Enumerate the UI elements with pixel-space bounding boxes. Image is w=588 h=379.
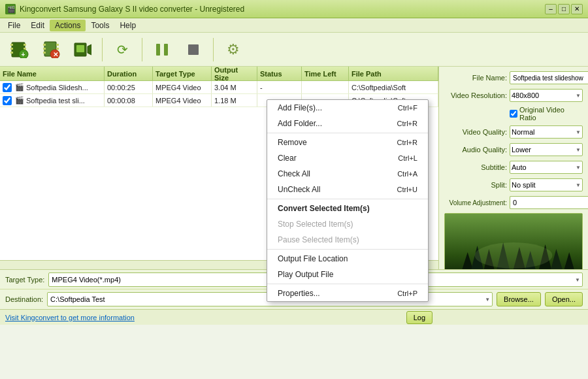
window-controls: – □ ✕ [545,4,583,14]
cell-timeleft-1 [302,81,349,93]
header-target-type[interactable]: Target Type [153,67,212,80]
prop-videoquality-select[interactable]: Normal [510,125,583,139]
volume-input[interactable] [510,196,588,209]
header-output-size[interactable]: Output Size [212,67,257,80]
table-row[interactable]: 🎬 Softpedia Slidesh... 00:00:25 MPEG4 Vi… [0,81,438,94]
table-header: File Name Duration Target Type Output Si… [0,67,438,81]
ctx-play-output[interactable]: Play Output File [267,267,428,282]
ctx-add-folder-label: Add Folder... [278,119,322,128]
header-filename[interactable]: File Name [0,67,105,80]
svg-rect-4 [10,48,13,50]
ctx-pause: Pause Selected Item(s) [267,232,428,248]
window-title: Kingconvert Samsung Galaxy S II video co… [20,5,244,14]
preview-area: SOFTPEDIA [444,213,583,269]
settings-button[interactable]: ⚙ [219,37,248,63]
prop-subtitle-label: Subtitle: [444,163,507,171]
footer: Visit Kingconvert to get more informatio… [0,309,588,325]
prop-resolution-select-wrapper[interactable]: 480x800 [510,89,583,102]
prop-split-select[interactable]: No split [510,178,583,191]
ctx-check-all-shortcut: Ctrl+A [397,170,417,178]
prop-split-select-wrapper[interactable]: No split [510,178,583,191]
prop-filename-label: File Name: [444,74,507,82]
svg-rect-6 [24,44,26,46]
title-bar: 🎬 Kingconvert Samsung Galaxy S II video … [0,0,588,18]
open-button[interactable]: Open... [545,292,583,306]
target-type-label: Target Type: [5,276,44,284]
prop-filename-input[interactable] [510,71,588,84]
ctx-uncheck-all-label: UnCheck All [278,185,320,194]
close-button[interactable]: ✕ [571,4,583,14]
prop-resolution-select[interactable]: 480x800 [510,89,583,102]
cell-duration-2: 00:00:08 [105,94,153,107]
prop-resolution-label: Video Resolution: [444,91,507,99]
ctx-add-folder[interactable]: Add Folder... Ctrl+R [267,116,428,131]
header-time-left[interactable]: Time Left [302,67,349,80]
prop-filename-row: File Name: [444,71,583,85]
ctx-stop: Stop Selected Item(s) [267,216,428,232]
svg-text:🎬: 🎬 [7,5,16,14]
ctx-clear-shortcut: Ctrl+L [398,154,417,162]
ctx-remove[interactable]: Remove Ctrl+R [267,135,428,150]
menu-file[interactable]: File [3,20,25,31]
prop-volume-label: Volume Adjustment: [444,199,507,206]
ctx-check-all[interactable]: Check All Ctrl+A [267,166,428,182]
log-button[interactable]: Log [406,311,433,324]
svg-rect-5 [10,52,13,54]
header-file-path[interactable]: File Path [349,67,438,80]
ctx-add-files-shortcut: Ctrl+F [398,104,417,112]
svg-rect-23 [156,44,160,56]
original-ratio-checkbox[interactable] [510,110,517,118]
prop-volume-row: Volume Adjustment: ▲ ▼ [444,195,583,210]
ctx-pause-label: Pause Selected Item(s) [278,235,359,244]
ctx-properties-label: Properties... [278,289,320,298]
cell-filename-2: 🎬 Softpedia test sli... [0,94,105,107]
row-icon-2: 🎬 [15,96,24,105]
ctx-clear-label: Clear [278,154,297,163]
cell-output-2: 1.18 M [212,94,257,107]
menu-actions[interactable]: Actions [50,20,86,31]
add-file-button[interactable]: + [5,37,34,63]
header-status[interactable]: Status [257,67,302,80]
remove-file-button[interactable]: ✕ [37,37,65,63]
context-menu: Add File(s)... Ctrl+F Add Folder... Ctrl… [267,99,429,302]
svg-rect-16 [56,48,59,50]
pause-button[interactable] [148,37,176,63]
footer-link[interactable]: Visit Kingconvert to get more informatio… [5,314,135,321]
right-panel: File Name: Video Resolution: 480x800 Ori… [439,67,588,269]
title-bar-left: 🎬 Kingconvert Samsung Galaxy S II video … [5,4,244,14]
menu-help[interactable]: Help [114,20,141,31]
menu-tools[interactable]: Tools [86,20,114,31]
ctx-properties[interactable]: Properties... Ctrl+P [267,286,428,301]
prop-subtitle-select-wrapper[interactable]: Auto [510,161,583,174]
ctx-convert-label: Convert Selected Item(s) [278,204,370,213]
prop-videoquality-label: Video Quality: [444,128,507,136]
ctx-output-location-label: Output File Location [278,254,348,263]
video-button[interactable] [68,37,97,63]
maximize-button[interactable]: □ [558,4,570,14]
row-checkbox-1[interactable] [3,83,12,92]
ctx-remove-shortcut: Ctrl+R [397,139,417,146]
cell-status-1: - [257,81,302,93]
ctx-output-location[interactable]: Output File Location [267,251,428,267]
prop-subtitle-select[interactable]: Auto [510,161,583,174]
ctx-uncheck-all[interactable]: UnCheck All Ctrl+U [267,182,428,197]
refresh-button[interactable]: ⟳ [108,37,137,63]
header-duration[interactable]: Duration [105,67,153,80]
ctx-add-files[interactable]: Add File(s)... Ctrl+F [267,100,428,116]
stop-button[interactable] [179,37,208,63]
prop-audioquality-select-wrapper[interactable]: Lower [510,143,583,156]
prop-audioquality-select[interactable]: Lower [510,143,583,156]
cell-target-2: MPEG4 Video [153,94,212,107]
minimize-button[interactable]: – [545,4,557,14]
app-icon: 🎬 [5,4,16,14]
toolbar-separator-3 [213,38,214,61]
ctx-check-all-label: Check All [278,169,310,178]
menu-edit[interactable]: Edit [25,20,50,31]
ctx-convert[interactable]: Convert Selected Item(s) [267,201,428,216]
ctx-clear[interactable]: Clear Ctrl+L [267,150,428,166]
prop-split-label: Split: [444,181,507,189]
row-checkbox-2[interactable] [3,96,12,105]
browse-button[interactable]: Browse... [497,292,541,306]
prop-resolution-row: Video Resolution: 480x800 [444,88,583,103]
prop-videoquality-select-wrapper[interactable]: Normal [510,125,583,139]
